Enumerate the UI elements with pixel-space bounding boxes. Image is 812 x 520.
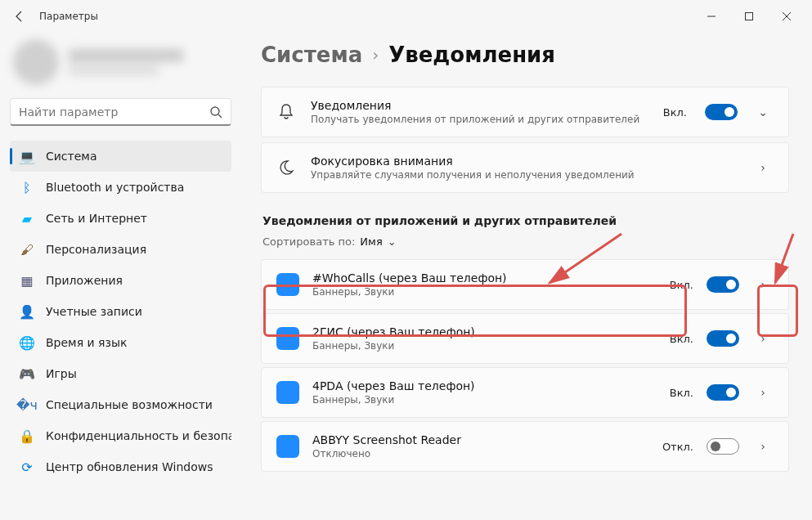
sidebar-item-10[interactable]: ⟳Центр обновления Windows: [10, 451, 231, 482]
card-title: Фокусировка внимания: [311, 155, 738, 168]
window-title: Параметры: [39, 11, 98, 22]
toggle-state-label: Вкл.: [670, 279, 693, 291]
chevron-right-icon[interactable]: ›: [752, 386, 774, 399]
sidebar-item-5[interactable]: 👤Учетные записи: [10, 296, 231, 327]
chevron-right-icon[interactable]: ›: [752, 440, 774, 453]
maximize-button[interactable]: [730, 3, 768, 29]
nav-label: Игры: [46, 367, 77, 380]
app-icon: [276, 327, 299, 350]
nav-label: Система: [46, 150, 96, 163]
card-title: Уведомления: [311, 99, 648, 112]
app-row[interactable]: #WhoCalls (через Ваш телефон)Баннеры, Зв…: [261, 259, 789, 310]
sort-value: Имя: [360, 235, 382, 248]
sidebar-item-7[interactable]: 🎮Игры: [10, 358, 231, 389]
nav-label: Специальные возможности: [46, 398, 213, 411]
app-row[interactable]: ABBYY Screenshot ReaderОтключеноОткл.›: [261, 421, 789, 472]
nav-icon: ▰: [20, 211, 34, 226]
nav-label: Центр обновления Windows: [46, 460, 213, 473]
app-name: 4PDA (через Ваш телефон): [312, 379, 657, 392]
nav-label: Учетные записи: [46, 305, 142, 318]
section-title: Уведомления от приложений и других отпра…: [262, 214, 789, 227]
close-button[interactable]: [768, 3, 805, 29]
profile-block[interactable]: [10, 33, 231, 98]
nav-label: Персонализация: [46, 243, 146, 256]
app-icon: [276, 273, 299, 296]
app-icon: [276, 435, 299, 458]
sidebar-item-8[interactable]: �чСпециальные возможности: [10, 389, 231, 420]
app-sub: Баннеры, Звуки: [312, 286, 657, 298]
arrow-left-icon: [14, 11, 25, 22]
nav-icon: 🌐: [20, 335, 34, 350]
nav-label: Время и язык: [46, 336, 127, 349]
sidebar-item-1[interactable]: ᛒBluetooth и устройства: [10, 172, 231, 203]
chevron-right-icon[interactable]: ›: [752, 161, 774, 174]
nav-icon: ⟳: [20, 459, 34, 474]
sidebar-item-4[interactable]: ▦Приложения: [10, 265, 231, 296]
notifications-card[interactable]: Уведомления Получать уведомления от прил…: [261, 87, 789, 137]
toggle-state-label: Вкл.: [670, 387, 693, 399]
app-row[interactable]: 2ГИС (через Ваш телефон)Баннеры, ЗвукиВк…: [261, 313, 789, 364]
chevron-right-icon: ›: [372, 45, 379, 65]
breadcrumb: Система › Уведомления: [261, 43, 789, 67]
svg-line-5: [218, 114, 222, 118]
breadcrumb-parent[interactable]: Система: [261, 43, 362, 67]
nav-label: Конфиденциальность и безопасность: [46, 429, 231, 442]
notifications-toggle[interactable]: [705, 104, 738, 120]
moon-icon: [276, 158, 296, 177]
sidebar: 💻СистемаᛒBluetooth и устройства▰Сеть и И…: [0, 33, 241, 520]
breadcrumb-current: Уведомления: [388, 43, 555, 67]
avatar: [13, 39, 59, 85]
nav-icon: 🔒: [20, 428, 34, 443]
nav-label: Приложения: [46, 274, 123, 287]
toggle-state-label: Вкл.: [663, 106, 687, 119]
app-name: 2ГИС (через Ваш телефон): [312, 325, 657, 338]
app-toggle[interactable]: [707, 384, 739, 401]
card-subtitle: Получать уведомления от приложений и дру…: [311, 114, 648, 125]
focus-card[interactable]: Фокусировка внимания Управляйте случаями…: [261, 142, 789, 193]
sidebar-item-2[interactable]: ▰Сеть и Интернет: [10, 203, 231, 234]
sidebar-item-3[interactable]: 🖌Персонализация: [10, 234, 231, 265]
chevron-down-icon: ⌄: [388, 235, 397, 248]
nav-icon: ᛒ: [20, 180, 34, 195]
sidebar-item-6[interactable]: 🌐Время и язык: [10, 327, 231, 358]
app-name: #WhoCalls (через Ваш телефон): [312, 271, 657, 285]
nav-label: Сеть и Интернет: [46, 212, 147, 225]
search-icon: [209, 105, 222, 119]
nav-icon: 🎮: [20, 366, 34, 381]
chevron-right-icon[interactable]: ›: [752, 332, 774, 345]
app-sub: Баннеры, Звуки: [312, 394, 657, 406]
app-name: ABBYY Screenshot Reader: [312, 433, 649, 446]
minimize-button[interactable]: [693, 3, 730, 29]
app-toggle[interactable]: [707, 438, 739, 455]
close-icon: [783, 12, 791, 20]
back-button[interactable]: [7, 3, 33, 29]
toggle-state-label: Откл.: [662, 441, 693, 453]
nav-icon: 💻: [20, 149, 34, 164]
sort-label: Сортировать по:: [262, 235, 355, 248]
chevron-down-icon[interactable]: ⌄: [752, 105, 774, 119]
chevron-right-icon[interactable]: ›: [752, 278, 774, 291]
svg-point-4: [211, 107, 219, 115]
app-sub: Отключено: [312, 448, 649, 459]
search-box[interactable]: [10, 98, 231, 126]
titlebar: Параметры: [0, 0, 812, 33]
app-icon: [276, 381, 299, 404]
sidebar-item-9[interactable]: 🔒Конфиденциальность и безопасность: [10, 420, 231, 451]
nav-list: 💻СистемаᛒBluetooth и устройства▰Сеть и И…: [10, 141, 231, 482]
sidebar-item-0[interactable]: 💻Система: [10, 141, 231, 172]
app-toggle[interactable]: [707, 330, 739, 347]
app-toggle[interactable]: [707, 276, 739, 293]
nav-icon: �ч: [20, 397, 34, 412]
app-sub: Баннеры, Звуки: [312, 340, 657, 352]
minimize-icon: [707, 12, 716, 20]
app-row[interactable]: 4PDA (через Ваш телефон)Баннеры, ЗвукиВк…: [261, 367, 789, 418]
bell-icon: [276, 102, 296, 122]
nav-label: Bluetooth и устройства: [46, 181, 184, 194]
nav-icon: ▦: [20, 273, 34, 288]
nav-icon: 🖌: [20, 242, 34, 257]
search-input[interactable]: [19, 105, 209, 119]
sort-dropdown[interactable]: Сортировать по: Имя ⌄: [262, 235, 789, 248]
main-content: Система › Уведомления Уведомления Получа…: [241, 33, 812, 520]
maximize-icon: [745, 12, 753, 20]
card-subtitle: Управляйте случаями получения и неполуче…: [311, 169, 738, 181]
